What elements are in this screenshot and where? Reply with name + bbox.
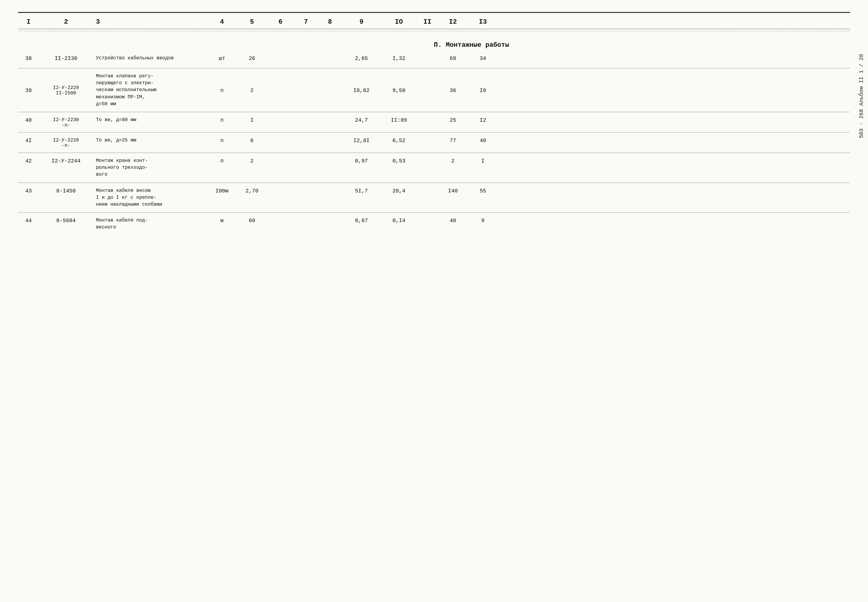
row-col6 (267, 157, 294, 158)
row-col13: 55 (468, 187, 498, 194)
row-col12: I40 (438, 187, 468, 194)
row-unit: п (207, 157, 237, 164)
page-container: I 2 3 4 5 6 7 8 9 IO II I2 I3 П. Монтажн… (0, 0, 868, 602)
row-col9: 2,65 (342, 55, 381, 61)
row-col7 (294, 187, 318, 188)
row-col7 (294, 157, 318, 158)
row-col9: 24,7 (342, 117, 381, 123)
row-col13: 34 (468, 55, 498, 61)
header-col-9: 9 (342, 18, 381, 26)
row-description: Монтаж кабеля весом I и до I кг с крепле… (93, 187, 207, 208)
row-qty: 6 (237, 137, 267, 144)
row-col11 (417, 217, 438, 218)
table-row: 4I I2-У-2228 -п- То же, д=25 мм п 6 I2,8… (18, 134, 850, 151)
row-col12: 25 (438, 117, 468, 123)
row-num: 43 (18, 187, 39, 194)
row-col10: 0,I4 (381, 217, 417, 224)
row-col8 (318, 55, 342, 55)
table-row: 43 8-I450 Монтаж кабеля весом I и до I к… (18, 184, 850, 211)
table-row: 42 I2-У-2244 Монтаж крана конт- рольного… (18, 154, 850, 181)
header-col-7: 7 (294, 18, 318, 26)
row-unit: п (207, 117, 237, 123)
row-unit: м (207, 217, 237, 224)
row-col8 (318, 157, 342, 158)
row-num: 38 (18, 55, 39, 61)
row-col13: 40 (468, 137, 498, 144)
row-col13: I (468, 157, 498, 164)
row-col6 (267, 117, 294, 117)
row-col9: I8,02 (342, 87, 381, 94)
row-unit: I00м (207, 187, 237, 194)
table-row: 44 8-5684 Монтаж кабеля под- весного м 6… (18, 214, 850, 234)
row-unit: п (207, 137, 237, 144)
row-col7 (294, 137, 318, 138)
header-col-4: 4 (207, 18, 237, 26)
header-col-2: 2 (39, 18, 93, 26)
header-col-13: I3 (468, 18, 498, 26)
row-num: 40 (18, 117, 39, 123)
row-col6 (267, 137, 294, 138)
section-title-row: П. Монтажные работы (18, 33, 850, 52)
row-qty: 26 (237, 55, 267, 61)
row-col10: 20,4 (381, 187, 417, 194)
row-col13: I2 (468, 117, 498, 123)
row-col9: I2,8I (342, 137, 381, 144)
row-col11 (417, 137, 438, 138)
column-headers: I 2 3 4 5 6 7 8 9 IO II I2 I3 (18, 13, 850, 29)
row-col9: 0,67 (342, 217, 381, 224)
row-col11 (417, 117, 438, 117)
header-col-10: IO (381, 18, 417, 26)
row-col12: 2 (438, 157, 468, 164)
row-col9: 5I,7 (342, 187, 381, 194)
row-code: I2-У-2230 -п- (39, 117, 93, 128)
row-col13: I9 (468, 87, 498, 94)
row-col10: I,32 (381, 55, 417, 61)
table-row: 38 II-2I30 Устройство кабельных вводов ш… (18, 52, 850, 67)
row-qty: I (237, 117, 267, 123)
row-qty: 2,70 (237, 187, 267, 194)
data-table: 38 II-2I30 Устройство кабельных вводов ш… (18, 52, 850, 234)
row-col12: 69 (438, 55, 468, 61)
row-description: То же, д=25 мм (93, 137, 207, 144)
row-col7 (294, 217, 318, 218)
row-code: I2-У-2229 II-I500 (39, 84, 93, 96)
row-col6 (267, 187, 294, 188)
row-col8 (318, 217, 342, 218)
header-col-3: 3 (93, 18, 207, 26)
row-unit: п (207, 87, 237, 94)
row-unit: шт (207, 55, 237, 61)
side-label: 503 - 268 Альбом II 1 / 20 (858, 54, 865, 138)
row-col8 (318, 117, 342, 117)
row-code: I2-У-2244 (39, 157, 93, 164)
row-col12: 77 (438, 137, 468, 144)
row-col11 (417, 157, 438, 158)
row-col8 (318, 187, 342, 188)
row-col7 (294, 55, 318, 55)
header-col-8: 8 (318, 18, 342, 26)
row-description: Монтаж клапана регу- лирующего с электри… (93, 73, 207, 108)
header-col-6: 6 (267, 18, 294, 26)
row-col10: 9,50 (381, 87, 417, 94)
row-qty: 60 (237, 217, 267, 224)
row-col7 (294, 90, 318, 91)
row-num: 39 (18, 87, 39, 94)
row-description: То же, д=80 мм (93, 117, 207, 123)
row-col12: 40 (438, 217, 468, 224)
row-code: 8-I450 (39, 187, 93, 194)
row-code: 8-5684 (39, 217, 93, 224)
header-col-12: I2 (438, 18, 468, 26)
header-separator (18, 31, 850, 31)
row-col13: 9 (468, 217, 498, 224)
row-col10: II:89 (381, 117, 417, 123)
row-description: Устройство кабельных вводов (93, 55, 207, 62)
row-col8 (318, 90, 342, 91)
row-col10: 6,52 (381, 137, 417, 144)
row-num: 44 (18, 217, 39, 224)
row-col12: 36 (438, 87, 468, 94)
row-code: II-2I30 (39, 55, 93, 61)
table-row: 39 I2-У-2229 II-I500 Монтаж клапана регу… (18, 70, 850, 111)
table-row: 40 I2-У-2230 -п- То же, д=80 мм п I 24,7… (18, 114, 850, 131)
section-title: П. Монтажные работы (434, 41, 509, 49)
row-col9: 0,97 (342, 157, 381, 164)
header-col-5: 5 (237, 18, 267, 26)
